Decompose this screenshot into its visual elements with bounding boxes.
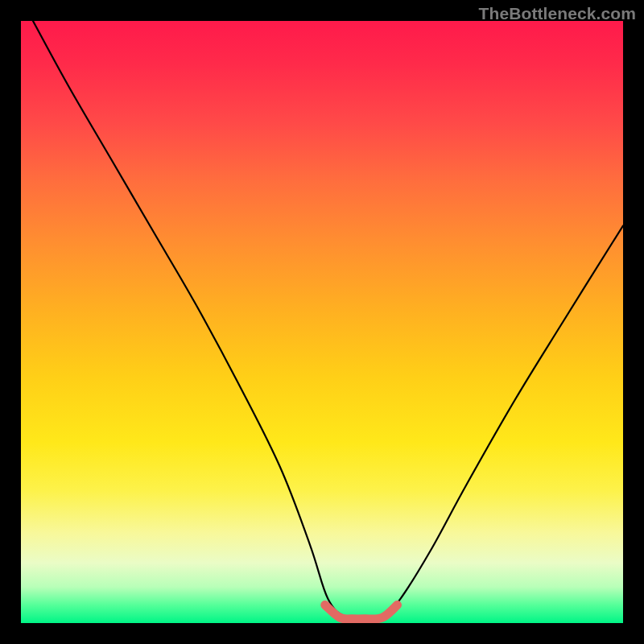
chart-frame: TheBottleneck.com bbox=[0, 0, 644, 644]
bottleneck-curve bbox=[33, 21, 623, 618]
plot-area bbox=[21, 21, 623, 623]
watermark-label: TheBottleneck.com bbox=[479, 4, 636, 23]
optimal-zone-highlight bbox=[325, 605, 398, 620]
chart-svg bbox=[21, 21, 623, 623]
